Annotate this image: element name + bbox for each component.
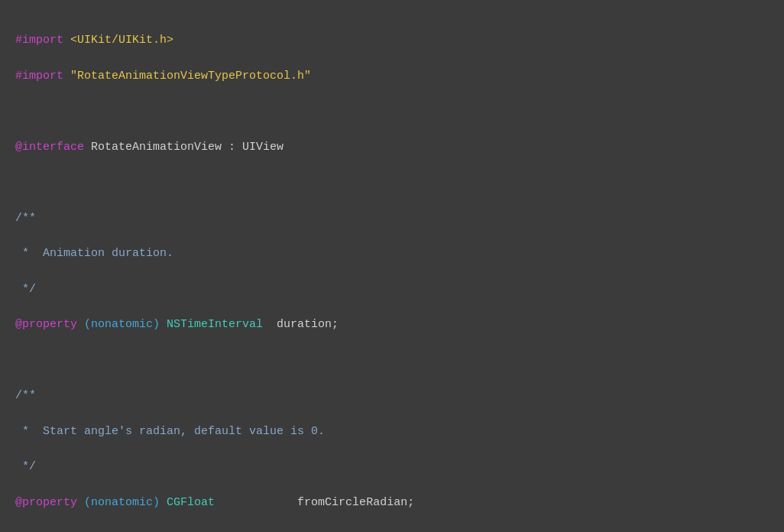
comment-duration: * Animation duration. [15, 247, 173, 260]
comment-from: * Start angle's radian, default value is… [15, 425, 325, 438]
comment-open1: /** [15, 212, 36, 225]
kw-property1: @property [15, 318, 77, 331]
line-import1: #import <UIKit/UIKit.h> [15, 31, 769, 49]
paren1: (nonatomic) [84, 318, 160, 331]
kw-interface: @interface [15, 141, 84, 154]
kw-property2: @property [15, 496, 77, 509]
line-comment-from: * Start angle's radian, default value is… [15, 423, 769, 440]
line-import2: #import "RotateAnimationViewTypeProtocol… [15, 67, 769, 85]
line-comment-close1: */ [15, 281, 769, 298]
import-protocol-string: "RotateAnimationViewTypeProtocol.h" [70, 70, 311, 83]
line-blank2 [15, 174, 769, 191]
line-blank4 [15, 529, 769, 532]
comment-open2: /** [15, 389, 36, 402]
line-blank1 [15, 102, 769, 120]
kw-import2: #import [15, 70, 63, 83]
kw-import: #import [15, 34, 63, 47]
line-blank3 [15, 352, 769, 369]
code-editor: #import <UIKit/UIKit.h> #import "RotateA… [0, 0, 784, 532]
line-prop-from: @property (nonatomic) CGFloat fromCircle… [15, 494, 769, 511]
import-uikit-string: <UIKit/UIKit.h> [70, 34, 173, 47]
type-cgfloat1: CGFloat [167, 496, 215, 509]
line-comment-duration: * Animation duration. [15, 245, 769, 262]
line-comment-close2: */ [15, 458, 769, 475]
comment-close2: */ [15, 460, 36, 473]
line-comment-open2: /** [15, 387, 769, 404]
line-prop-duration: @property (nonatomic) NSTimeInterval dur… [15, 316, 769, 333]
class-name: RotateAnimationView : UIView [91, 141, 283, 154]
line-comment-open1: /** [15, 209, 769, 227]
paren2: (nonatomic) [84, 496, 160, 509]
line-interface: @interface RotateAnimationView : UIView [15, 138, 769, 156]
comment-close1: */ [15, 283, 36, 296]
type-nstimeinterval: NSTimeInterval [167, 318, 263, 331]
